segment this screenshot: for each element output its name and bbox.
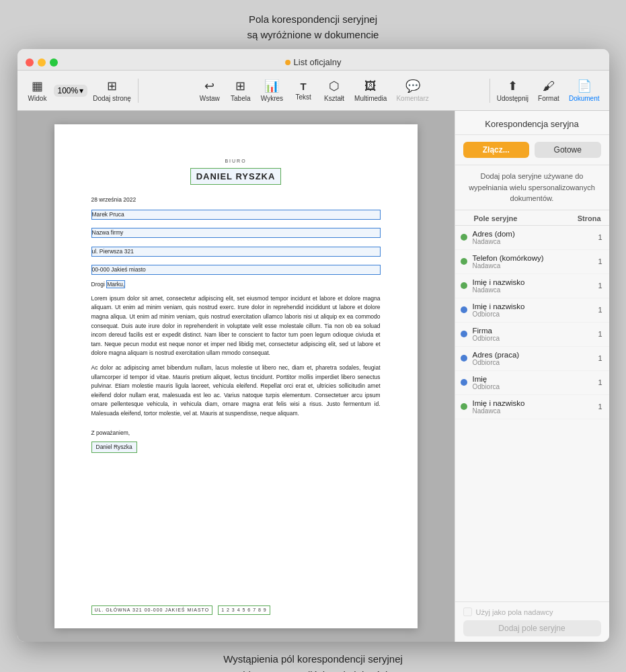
share-icon: ⬆	[508, 79, 518, 93]
field-row[interactable]: Imię i nazwiskoOdbiorca1	[455, 298, 609, 323]
add-field-button: Dodaj pole seryjne	[463, 620, 601, 636]
address-line-4: 00-000 Jakieś miasto	[91, 265, 381, 275]
field-row[interactable]: FirmaOdbiorca1	[455, 323, 609, 347]
field-info: ImięOdbiorca	[473, 375, 589, 390]
sidebar: Korespondencja seryjna Złącz... Gotowe D…	[455, 111, 609, 642]
field-info: Imię i nazwiskoNadawca	[473, 278, 589, 294]
field-sub-label: Nadawca	[473, 407, 589, 415]
bottom-annotation: Wystąpienia pól korespondencji seryjnej …	[223, 642, 403, 672]
connect-button[interactable]: Złącz...	[463, 142, 530, 158]
address-line-2: Nazwa firmy	[91, 228, 381, 238]
sender-field-checkbox[interactable]	[463, 607, 472, 616]
field-page-number: 1	[589, 403, 602, 411]
top-annotation: Pola korespondencji seryjnej są wyróżnio…	[247, 0, 379, 49]
title-dot-icon	[285, 60, 290, 65]
zoom-control[interactable]: 100% ▾	[54, 85, 88, 97]
fields-list: Adres (dom)Nadawca1Telefon (komórkowy)Na…	[455, 226, 609, 602]
comment-icon: 💬	[405, 79, 420, 93]
field-name-label: Imię i nazwisko	[473, 278, 589, 286]
toolbar-table-btn[interactable]: ⊞ Tabela	[226, 76, 256, 105]
toolbar-media-btn[interactable]: 🖼 Multimedia	[350, 77, 391, 105]
field-name-label: Telefon (komórkowy)	[473, 254, 589, 262]
title-bar: List oficjalny	[17, 49, 609, 71]
toolbar-left: ▦ Widok 100% ▾ ⊞ Dodaj stronę	[23, 76, 135, 105]
header-name-field: DANIEL RYSZKA	[190, 168, 282, 185]
toolbar-view-btn[interactable]: ▦ Widok	[23, 76, 52, 105]
field-page-number: 1	[589, 257, 602, 265]
field-sub-label: Odbiorca	[473, 383, 589, 390]
field-sub-label: Odbiorca	[473, 359, 589, 366]
field-info: Imię i nazwiskoNadawca	[473, 399, 589, 415]
toolbar-format-btn[interactable]: 🖌 Format	[534, 77, 563, 105]
field-row[interactable]: Imię i nazwiskoNadawca1	[455, 395, 609, 419]
doc-area: BIURO DANIEL RYSZKA 28 września 2022 Mar…	[17, 111, 455, 642]
sidebar-description: Dodaj pola seryjne używane do wypełniani…	[455, 165, 609, 210]
field-page-number: 1	[589, 306, 602, 314]
field-name-label: Imię	[473, 375, 589, 383]
toolbar-text-btn[interactable]: T Tekst	[288, 78, 318, 103]
table-icon: ⊞	[235, 79, 245, 93]
done-button[interactable]: Gotowe	[535, 142, 601, 158]
signature-field: Daniel Ryszka	[91, 442, 137, 453]
view-icon: ▦	[32, 79, 43, 93]
fields-table-header: Pole seryjne Strona	[455, 210, 609, 226]
salutation-name-field: Marku,	[106, 280, 125, 288]
document-page: BIURO DANIEL RYSZKA 28 września 2022 Mar…	[54, 124, 418, 628]
field-sub-label: Odbiorca	[473, 335, 589, 342]
sidebar-actions: Złącz... Gotowe	[455, 135, 609, 165]
chart-icon: 📊	[264, 79, 279, 93]
document-icon: 📄	[577, 79, 592, 93]
field-dot-icon	[461, 258, 467, 265]
toolbar-shape-btn[interactable]: ⬡ Kształt	[319, 76, 349, 105]
field-row[interactable]: Adres (praca)Odbiorca1	[455, 347, 609, 371]
field-dot-icon	[461, 282, 467, 289]
field-name-label: Adres (dom)	[473, 230, 589, 238]
insert-icon: ↩	[204, 79, 214, 93]
date-line: 28 września 2022	[91, 196, 381, 204]
toolbar-share-btn[interactable]: ⬆ Udostępnij	[493, 76, 533, 105]
format-icon: 🖌	[543, 79, 555, 93]
sender-field-checkbox-row[interactable]: Użyj jako pola nadawcy	[463, 607, 601, 616]
field-dot-icon	[461, 379, 467, 386]
close-button[interactable]	[26, 58, 34, 67]
toolbar-separator-1	[138, 79, 139, 103]
address-block: Marek Pruca Nazwa firmy ul. Pierwsza 321…	[91, 210, 381, 275]
field-row[interactable]: Adres (dom)Nadawca1	[455, 226, 609, 250]
field-page-number: 1	[589, 354, 602, 362]
page-header: BIURO DANIEL RYSZKA	[91, 158, 381, 185]
field-row[interactable]: Imię i nazwiskoNadawca1	[455, 274, 609, 298]
window-title: List oficjalny	[285, 57, 342, 67]
chevron-down-icon: ▾	[79, 86, 83, 95]
field-dot-icon	[461, 234, 467, 241]
toolbar-separator-2	[490, 79, 490, 103]
page-footer: UL. GŁÓWNA 321 00-000 JAKIEŚ MIASTO 1 2 …	[91, 605, 381, 616]
media-icon: 🖼	[364, 79, 377, 93]
field-row[interactable]: ImięOdbiorca1	[455, 371, 609, 395]
body-paragraph-1: Lorem ipsum dolor sit amet, consectetur …	[91, 294, 381, 358]
add-page-icon: ⊞	[107, 79, 117, 93]
toolbar-right: ⬆ Udostępnij 🖌 Format 📄 Dokument	[493, 76, 604, 105]
field-name-label: Firma	[473, 327, 589, 335]
field-info: Adres (praca)Odbiorca	[473, 351, 589, 366]
field-sub-label: Odbiorca	[473, 310, 589, 318]
toolbar-insert-btn[interactable]: ↩ Wstaw	[195, 76, 225, 105]
toolbar-add-page-btn[interactable]: ⊞ Dodaj stronę	[89, 76, 135, 105]
field-page-number: 1	[589, 330, 602, 338]
address-line-1: Marek Pruca	[91, 210, 381, 220]
shape-icon: ⬡	[329, 79, 340, 93]
footer-address-field: UL. GŁÓWNA 321 00-000 JAKIEŚ MIASTO	[91, 605, 213, 616]
sidebar-bottom: Użyj jako pola nadawcy Dodaj pole seryjn…	[455, 601, 609, 642]
fullscreen-button[interactable]	[50, 58, 58, 67]
field-info: Adres (dom)Nadawca	[473, 230, 589, 245]
toolbar-chart-btn[interactable]: 📊 Wykres	[257, 76, 287, 105]
minimize-button[interactable]	[38, 58, 46, 67]
toolbar: ▦ Widok 100% ▾ ⊞ Dodaj stronę ↩ Wstaw ⊞ …	[17, 71, 609, 111]
toolbar-comment-btn[interactable]: 💬 Komentarz	[392, 76, 432, 105]
field-info: Telefon (komórkowy)Nadawca	[473, 254, 589, 269]
field-row[interactable]: Telefon (komórkowy)Nadawca1	[455, 250, 609, 274]
address-line-3: ul. Pierwsza 321	[91, 247, 381, 257]
toolbar-document-btn[interactable]: 📄 Dokument	[565, 76, 604, 105]
field-dot-icon	[461, 331, 467, 337]
salutation: Drogi Marku,	[91, 280, 381, 289]
field-name-label: Imię i nazwisko	[473, 399, 589, 407]
